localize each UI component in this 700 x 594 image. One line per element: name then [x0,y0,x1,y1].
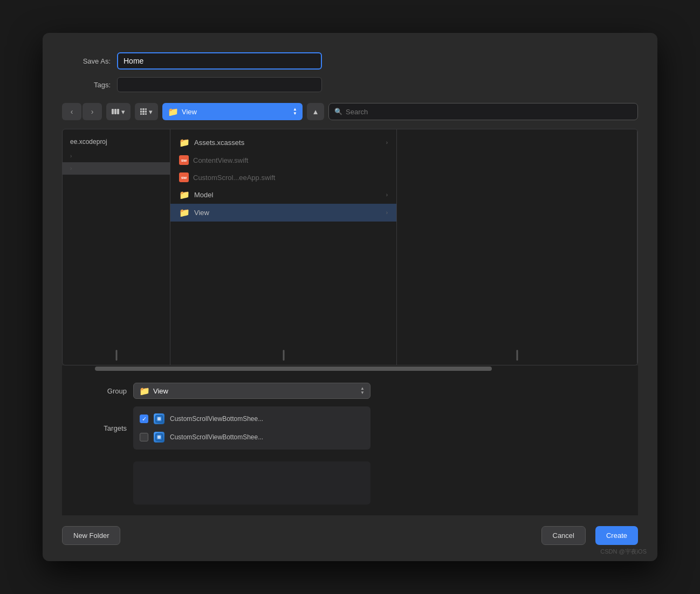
left-panel-item-1[interactable]: › [63,150,170,162]
create-button[interactable]: Create [595,526,638,545]
back-button[interactable]: ‹ [62,103,81,120]
browser-area: ee.xcodeproj › › 📁 Assets.xcassets › sw … [62,129,638,365]
arrow-icon-2: › [70,165,72,171]
target-item-1: ✓ CustomScrollViewBottomShee... [133,410,370,428]
grid-icon [140,108,147,115]
svg-rect-5 [157,436,161,439]
target-checkbox-1[interactable]: ✓ [140,415,148,423]
targets-container: ✓ CustomScrollViewBottomShee... [133,406,370,450]
file-label: ContentView.swift [193,156,248,164]
folder-icon: 📁 [179,190,190,200]
search-box: 🔍 [328,103,638,120]
grid-chevron-icon: ▾ [149,108,153,116]
footer-row: New Folder Cancel Create [62,515,638,545]
group-folder-icon: 📁 [139,386,150,396]
footer-right-buttons: Cancel Create [541,526,639,545]
bottom-section: Group 📁 View ▲ ▼ Targets ✓ [62,372,638,515]
xcodeproj-item[interactable]: ee.xcodeproj [63,134,170,150]
columns-icon [112,109,119,114]
save-as-input[interactable] [117,52,322,70]
location-selector[interactable]: 📁 View ▲ ▼ [162,103,303,120]
chevron-down-icon: ▾ [121,108,125,116]
checkmark-icon: ✓ [142,416,147,423]
target-checkbox-2[interactable] [140,433,148,441]
file-label: CustomScrol...eeApp.swift [193,174,275,182]
resize-handle[interactable] [283,350,284,361]
targets-empty-area [133,461,370,505]
file-label: Assets.xcassets [194,139,244,147]
group-chevrons: ▲ ▼ [360,386,365,395]
arrow-icon: › [70,153,72,159]
location-folder-icon: 📁 [168,107,179,117]
cancel-button[interactable]: Cancel [541,526,586,545]
resize-handle[interactable] [115,350,117,361]
group-selector[interactable]: 📁 View ▲ ▼ [133,383,370,399]
search-input[interactable] [346,108,632,116]
expand-icon: ▲ [312,108,319,116]
swift-file-icon: sw [179,172,189,182]
group-value: View [153,387,168,395]
location-chevrons: ▲ ▼ [293,107,297,116]
targets-row: Targets ✓ CustomScrollViewBottomShee.. [78,406,622,450]
xcodeproj-label: ee.xcodeproj [70,138,107,146]
targets-label: Targets [78,424,127,432]
location-name: View [182,108,197,116]
expand-button[interactable]: ▲ [307,103,324,120]
list-item[interactable]: 📁 Assets.xcassets › [170,134,396,151]
forward-icon: › [91,107,94,116]
arrow-icon: › [386,140,388,146]
file-label: Model [194,191,213,199]
target-app-icon-1 [154,413,164,424]
target-app-icon-2 [154,432,164,443]
resize-handle-right[interactable] [516,350,518,361]
tags-row: Tags: [62,77,638,92]
watermark: CSDN @宇夜iOS [600,548,647,556]
list-item[interactable]: 📁 Model › [170,186,396,204]
scrollbar-track[interactable] [62,365,638,372]
group-label: Group [78,387,127,395]
left-panel-item-2[interactable]: › [63,162,170,175]
arrow-icon: › [386,192,388,198]
save-as-row: Save As: [62,52,638,70]
back-icon: ‹ [71,107,73,116]
target-item-2: CustomScrollViewBottomShee... [133,428,370,446]
right-panel [397,129,637,365]
swift-file-icon: sw [179,155,189,165]
file-label: View [194,209,209,217]
toolbar-row: ‹ › ▾ ▾ 📁 View ▲ ▼ [62,103,638,120]
svg-rect-2 [157,417,161,420]
list-item[interactable]: sw CustomScrol...eeApp.swift [170,169,396,186]
target-name-2: CustomScrollViewBottomShee... [170,433,263,441]
nav-group: ‹ › [62,103,102,120]
target-name-1: CustomScrollViewBottomShee... [170,415,263,423]
search-icon: 🔍 [334,108,342,115]
middle-panel: 📁 Assets.xcassets › sw ContentView.swift… [170,129,397,365]
group-row: Group 📁 View ▲ ▼ [78,383,622,399]
folder-icon: 📁 [179,208,190,218]
columns-view-button[interactable]: ▾ [106,103,131,120]
grid-view-button[interactable]: ▾ [135,103,158,120]
tags-input[interactable] [117,77,322,92]
left-panel: ee.xcodeproj › › [63,129,170,365]
scrollbar-thumb[interactable] [95,367,492,371]
forward-button[interactable]: › [83,103,102,120]
list-item[interactable]: sw ContentView.swift [170,151,396,169]
new-folder-button[interactable]: New Folder [62,526,120,545]
save-dialog: Save As: Tags: ‹ › ▾ [43,33,657,561]
arrow-icon: › [386,210,388,216]
tags-label: Tags: [62,81,111,89]
folder-icon: 📁 [179,137,190,148]
list-item[interactable]: 📁 View › [170,204,396,222]
save-as-label: Save As: [62,57,111,65]
